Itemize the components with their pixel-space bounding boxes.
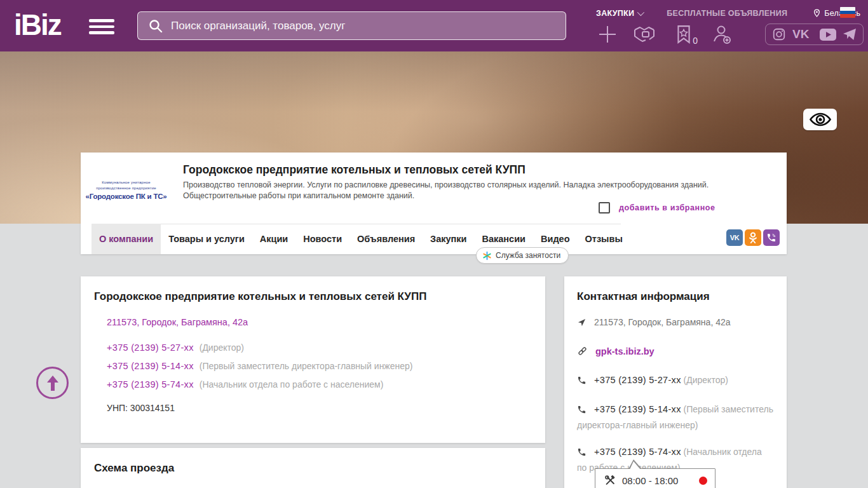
header: iBiz ЗАКУПКИ БЕСПЛАТНЫЕ ОБЪЯВЛЕНИЯ Белар…	[0, 0, 868, 51]
svg-text:VK: VK	[792, 28, 810, 41]
search-input[interactable]	[171, 20, 566, 32]
company-logo[interactable]: Коммунальное унитарное производственное …	[93, 160, 159, 219]
ibiz-logo[interactable]: iBiz	[14, 8, 61, 42]
work-tools-icon	[604, 475, 616, 486]
favorite-checkbox[interactable]	[599, 202, 610, 214]
accessibility-eye-button[interactable]	[803, 109, 837, 130]
search-icon	[148, 18, 163, 34]
company-website-link[interactable]: gpk-ts.ibiz.by	[595, 346, 654, 356]
phone-row: +375 (2139) 5-27-xx (Директор)	[107, 342, 532, 353]
phone-link-department[interactable]: +375 (2139) 5-74-xx	[107, 379, 194, 390]
sidebar-phone-director[interactable]: +375 (2139) 5-27-xx	[594, 375, 681, 385]
employment-service-badge[interactable]: Служба занятости	[476, 247, 569, 264]
add-to-favorites[interactable]: добавить в избранное	[599, 202, 715, 214]
phone-note: (Начальник отдела по работе с населением…	[200, 379, 384, 390]
header-action-icons: 0 VK	[595, 23, 864, 46]
add-plus-icon[interactable]	[595, 23, 620, 46]
zakupki-menu[interactable]: ЗАКУПКИ	[596, 9, 642, 18]
map-section-title: Схема проезда	[94, 462, 532, 475]
contact-website-row: gpk-ts.ibiz.by	[577, 344, 774, 361]
header-top-links: ЗАКУПКИ БЕСПЛАТНЫЕ ОБЪЯВЛЕНИЯ Беларусь	[596, 8, 860, 18]
phone-icon	[577, 376, 587, 390]
contact-info-title: Контактная информация	[577, 290, 774, 303]
login-user-icon[interactable]	[709, 23, 735, 46]
phone-icon	[577, 447, 587, 461]
employment-asterisk-icon	[482, 251, 492, 261]
company-title: Городокское предприятие котельных и тепл…	[183, 163, 526, 177]
search-bar	[137, 11, 566, 40]
phone-link-deputy[interactable]: +375 (2139) 5-14-xx	[107, 361, 194, 371]
map-card: Схема проезда	[81, 448, 545, 488]
phone-note: (Директор)	[684, 375, 728, 385]
about-company-card: Городокское предприятие котельных и тепл…	[81, 276, 545, 443]
odnoklassniki-icon[interactable]	[745, 229, 761, 246]
company-description: Производство тепловой энергии. Услуги по…	[183, 180, 720, 201]
navigation-arrow-icon	[577, 318, 587, 332]
phone-note: (Первый заместитель директора-главный ин…	[200, 361, 413, 371]
closed-status-dot	[699, 477, 707, 485]
scroll-to-top-button[interactable]	[36, 367, 69, 399]
working-hours-tooltip: 08:00 - 18:00	[595, 468, 715, 488]
contact-phone-row: +375 (2139) 5-14-xx (Первый заместитель …	[577, 402, 774, 432]
tab-products[interactable]: Товары и услуги	[161, 224, 252, 254]
youtube-icon[interactable]	[820, 29, 836, 41]
sidebar-phone-department[interactable]: +375 (2139) 5-74-xx	[594, 447, 681, 457]
favorites-bookmark-icon[interactable]: 0	[671, 23, 696, 46]
about-title: Городокское предприятие котельных и тепл…	[94, 290, 532, 303]
arrow-up-icon	[45, 374, 60, 392]
chevron-down-icon	[637, 8, 644, 15]
contact-address-row: 211573, Городок, Баграмяна, 42а	[577, 316, 774, 332]
tab-promos[interactable]: Акции	[252, 224, 295, 254]
contact-info-card: Контактная информация 211573, Городок, Б…	[564, 276, 787, 488]
russian-language-flag[interactable]	[840, 7, 855, 18]
phone-note: (Директор)	[200, 342, 244, 353]
phone-row: +375 (2139) 5-14-xx (Первый заместитель …	[107, 361, 532, 371]
instagram-icon[interactable]	[772, 27, 786, 41]
phone-link-director[interactable]: +375 (2139) 5-27-xx	[107, 342, 194, 353]
contact-phone-row: +375 (2139) 5-27-xx (Директор)	[577, 373, 774, 390]
telegram-icon[interactable]	[843, 28, 857, 41]
hamburger-menu-icon[interactable]	[89, 19, 114, 34]
company-social-buttons: VK	[726, 229, 780, 246]
phone-row: +375 (2139) 5-74-xx (Начальник отдела по…	[107, 379, 532, 390]
handshake-icon[interactable]	[633, 23, 658, 46]
sidebar-phone-deputy[interactable]: +375 (2139) 5-14-xx	[594, 404, 681, 414]
phone-icon	[577, 405, 587, 419]
vk-icon[interactable]: VK	[792, 28, 814, 41]
eye-icon	[809, 112, 832, 127]
location-pin-icon	[813, 8, 821, 18]
tab-about[interactable]: О компании	[92, 224, 161, 254]
company-address-link[interactable]: 211573, Городок, Баграмяна, 42а	[107, 317, 532, 327]
free-ads-link[interactable]: БЕСПЛАТНЫЕ ОБЪЯВЛЕНИЯ	[667, 9, 787, 18]
tab-ads[interactable]: Объявления	[349, 224, 423, 254]
working-hours-value: 08:00 - 18:00	[622, 475, 678, 486]
unp-number: УНП: 300314151	[107, 403, 532, 413]
tab-news[interactable]: Новости	[295, 224, 349, 254]
tab-purchases[interactable]: Закупки	[423, 224, 474, 254]
tab-reviews[interactable]: Отзывы	[578, 224, 630, 254]
vk-share-icon[interactable]: VK	[726, 229, 743, 246]
header-social-links: VK	[765, 24, 864, 45]
link-icon	[577, 346, 588, 361]
favorites-count: 0	[693, 36, 698, 46]
viber-icon[interactable]	[763, 229, 780, 246]
